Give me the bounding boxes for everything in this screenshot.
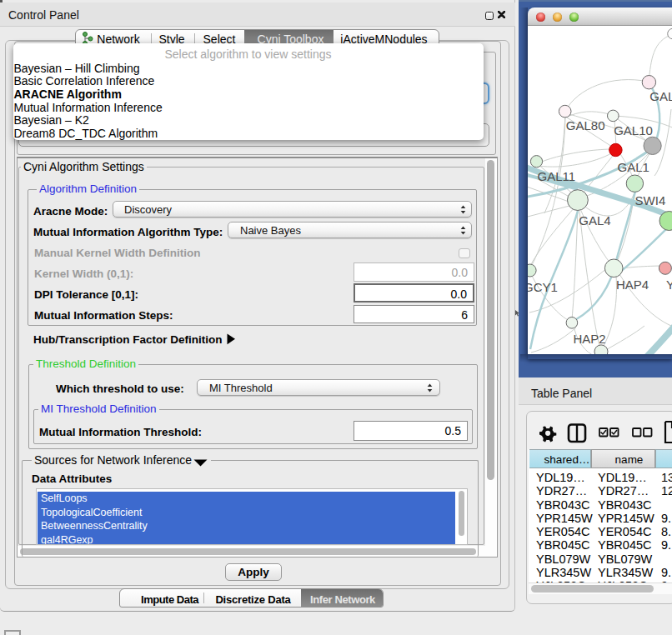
svg-text:GAL10: GAL10: [614, 123, 653, 138]
svg-text:GAL2: GAL2: [649, 89, 672, 103]
svg-text:GAL11: GAL11: [538, 169, 576, 183]
svg-text:GAL80: GAL80: [566, 118, 605, 132]
svg-text:GAL1: GAL1: [618, 160, 649, 174]
svg-text:HAP4: HAP4: [616, 278, 649, 292]
svg-text:GCY1: GCY1: [528, 280, 558, 294]
svg-text:HAP2: HAP2: [574, 332, 606, 346]
svg-text:YJ: YJ: [666, 278, 672, 292]
svg-text:GAL4: GAL4: [579, 213, 610, 228]
svg-text:SWI4: SWI4: [635, 193, 666, 208]
